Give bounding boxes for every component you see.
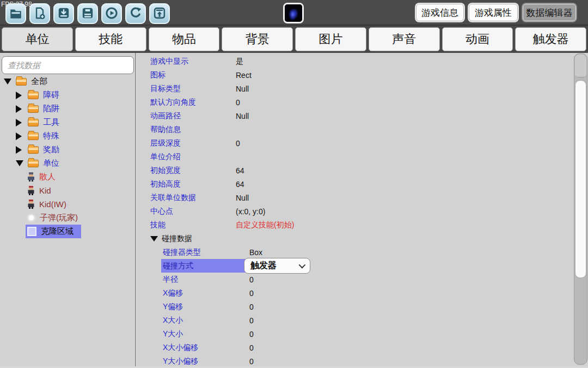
tree-item-label: 散人 — [39, 172, 56, 182]
tab-animations[interactable]: 动画 — [442, 27, 513, 51]
property-row-radius[interactable]: 半径 0 — [137, 273, 588, 286]
property-label: 单位介绍 — [150, 152, 181, 162]
game-info-button[interactable]: 游戏信息 — [416, 4, 464, 21]
folder-icon — [28, 146, 39, 154]
property-row-x-size-offset[interactable]: X大小偏移 0 — [137, 341, 588, 354]
property-label: 层级深度 — [150, 138, 181, 148]
vertical-scrollbar[interactable] — [574, 53, 587, 365]
property-row-initial-height[interactable]: 初始高度 64 — [137, 177, 588, 191]
property-row-center-point[interactable]: 中心点 (x:0, y:0) — [137, 204, 588, 218]
tab-triggers[interactable]: 触发器 — [515, 27, 586, 51]
property-row-initial-width[interactable]: 初始宽度 64 — [137, 164, 588, 177]
tab-backgrounds[interactable]: 背景 — [222, 27, 293, 51]
property-value: Null — [236, 194, 249, 202]
property-value: 0 — [249, 316, 254, 325]
property-row-animation-path[interactable]: 动画路径 Null — [137, 109, 588, 123]
property-row-icon[interactable]: 图标 Rect — [137, 68, 588, 82]
tree-item-label: 单位 — [43, 158, 59, 168]
property-row-help-info[interactable]: 帮助信息 — [137, 123, 588, 136]
search-input[interactable] — [2, 56, 134, 74]
export-button[interactable] — [149, 3, 170, 24]
scrollbar-thumb[interactable] — [575, 80, 586, 278]
open-folder-icon — [9, 6, 23, 22]
tab-items[interactable]: 物品 — [149, 27, 220, 51]
tab-sounds[interactable]: 声音 — [369, 27, 440, 51]
collapse-arrow-icon[interactable] — [16, 105, 22, 113]
tab-units[interactable]: 单位 — [2, 27, 73, 51]
tree-item-rewards[interactable]: 奖励 — [0, 143, 135, 156]
tree-item-traps[interactable]: 陷阱 — [0, 102, 135, 116]
tree-item-tools[interactable]: 工具 — [0, 116, 135, 129]
tool-button-group — [5, 3, 170, 24]
tree-item-clone-area[interactable]: 克隆区域 — [0, 225, 135, 238]
window-buttons: 游戏信息 游戏属性 数据编辑器 — [416, 4, 576, 21]
collapse-arrow-icon[interactable] — [16, 92, 22, 99]
tree-item-all[interactable]: 全部 — [0, 75, 135, 88]
tree-item-label: 克隆区域 — [41, 226, 74, 237]
data-tree: 全部 障碍 陷阱 工具 特殊 — [0, 75, 135, 238]
property-label: X偏移 — [163, 288, 183, 298]
collision-mode-select[interactable]: 触发器 — [244, 258, 310, 274]
tab-images[interactable]: 图片 — [295, 27, 366, 51]
property-row-x-size[interactable]: X大小 0 — [137, 313, 588, 327]
selected-tree-item[interactable]: 克隆区域 — [26, 225, 81, 238]
unit-sprite-icon — [27, 186, 35, 195]
tree-item-special[interactable]: 特殊 — [0, 129, 135, 143]
tree-item-sanren[interactable]: 散人 — [0, 170, 135, 184]
property-row-x-offset[interactable]: X偏移 0 — [137, 286, 588, 300]
expand-arrow-icon[interactable] — [4, 79, 11, 85]
property-row-default-angle[interactable]: 默认方向角度 0 — [137, 95, 588, 109]
property-label: 初始宽度 — [150, 166, 181, 176]
scrollbar-top-cap — [575, 55, 586, 77]
property-row-target-type[interactable]: 目标类型 Null — [137, 82, 588, 95]
property-row-y-size[interactable]: Y大小 0 — [137, 327, 588, 341]
property-label: 碰撞方式 — [163, 261, 193, 271]
refresh-icon — [128, 6, 143, 22]
property-label: 游戏中显示 — [150, 57, 188, 67]
property-label: 半径 — [163, 275, 178, 285]
play-button[interactable] — [101, 3, 122, 24]
property-value: 0 — [236, 98, 240, 107]
collapse-arrow-icon[interactable] — [16, 132, 22, 140]
tree-item-obstacles[interactable]: 障碍 — [0, 88, 135, 102]
refresh-button[interactable] — [125, 3, 146, 24]
tree-item-label: 陷阱 — [43, 104, 59, 114]
property-row-y-offset[interactable]: Y偏移 0 — [137, 300, 588, 313]
property-value: 0 — [249, 275, 254, 284]
top-toolbar: FPS:37.98 游戏信息 游戏属性 数据编辑器 — [0, 0, 588, 25]
area-square-icon — [27, 227, 36, 236]
data-editor-button[interactable]: 数据编辑器 — [523, 4, 576, 21]
property-row-show-in-game[interactable]: 游戏中显示 是 — [137, 55, 588, 68]
property-row-skills[interactable]: 技能 自定义技能(初始) — [137, 218, 588, 232]
property-row-unit-description[interactable]: 单位介绍 — [137, 150, 588, 164]
tree-item-label: 工具 — [43, 117, 59, 128]
folder-icon — [28, 160, 39, 167]
property-value: 0 — [249, 330, 254, 339]
collision-group-header[interactable]: 碰撞数据 — [137, 232, 588, 245]
property-row-layer-depth[interactable]: 层级深度 0 — [137, 136, 588, 150]
property-label: Y偏移 — [163, 302, 183, 312]
tab-skills[interactable]: 技能 — [75, 27, 146, 51]
save-button[interactable] — [77, 3, 98, 24]
new-file-button[interactable] — [29, 3, 50, 24]
tree-item-units[interactable]: 单位 — [0, 156, 135, 170]
tree-item-kid[interactable]: Kid — [0, 184, 135, 197]
property-label: X大小偏移 — [163, 343, 198, 353]
collapse-arrow-icon[interactable] — [16, 146, 22, 154]
collapse-arrow-icon[interactable] — [16, 119, 22, 126]
property-row-collider-type[interactable]: 碰撞器类型 Box — [137, 245, 588, 259]
category-tab-bar: 单位 技能 物品 背景 图片 声音 动画 触发器 — [0, 25, 588, 53]
floppy-disk-icon — [81, 6, 95, 22]
tree-item-kid-iw[interactable]: Kid(IW) — [0, 197, 135, 211]
collapse-arrow-icon[interactable] — [150, 236, 158, 242]
open-folder-button[interactable] — [5, 3, 26, 24]
property-row-y-size-offset[interactable]: Y大小偏移 0 — [137, 354, 588, 368]
tree-item-label: 特殊 — [43, 131, 59, 141]
import-button[interactable] — [53, 3, 74, 24]
property-row-linked-unit-data[interactable]: 关联单位数据 Null — [137, 191, 588, 204]
property-row-collision-mode[interactable]: 碰撞方式 触发器 — [137, 259, 588, 273]
tree-item-bullet-player[interactable]: 子弹(玩家) — [0, 211, 135, 225]
property-label: 碰撞器类型 — [163, 248, 201, 257]
expand-arrow-icon[interactable] — [16, 160, 23, 166]
game-properties-button[interactable]: 游戏属性 — [469, 4, 518, 21]
